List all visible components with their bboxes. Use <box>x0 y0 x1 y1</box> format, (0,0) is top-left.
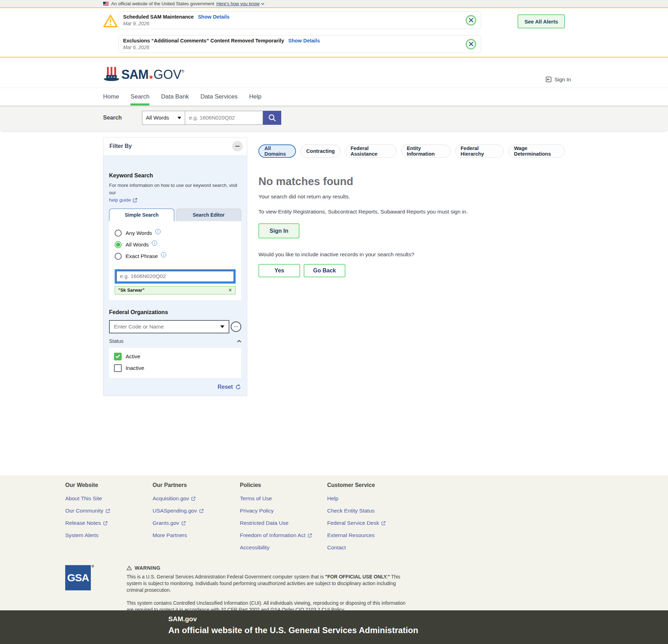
keyword-input[interactable] <box>116 271 234 282</box>
footer-link-freedom-of-information-act[interactable]: Freedom of Information Act <box>240 532 312 538</box>
yes-button[interactable]: Yes <box>258 264 300 277</box>
search-label: Search <box>103 115 122 121</box>
collapse-filters-button[interactable] <box>232 141 243 151</box>
reset-filters[interactable]: Reset <box>109 384 241 390</box>
warning-paragraph-1: This is a U.S. General Services Administ… <box>127 574 407 594</box>
footer-column-our-partners: Our PartnersAcquisition.gov USASpending.… <box>153 482 240 557</box>
help-guide-link[interactable]: help guide <box>109 197 137 204</box>
go-back-button[interactable]: Go Back <box>304 264 345 277</box>
footer-link-check-entity-status[interactable]: Check Entity Status <box>327 508 375 514</box>
footer-link-accessibility[interactable]: Accessibility <box>240 544 269 551</box>
site-footer: Our WebsiteAbout This SiteOur Community … <box>0 475 668 610</box>
sign-in-link[interactable]: Sign In <box>546 76 571 82</box>
alert-title: Scheduled SAM MaintenanceShow Details <box>123 14 461 20</box>
footer-nav: Our WebsiteAbout This SiteOur Community … <box>0 482 668 557</box>
global-search-input[interactable] <box>185 111 263 125</box>
domain-pill-entity-information[interactable]: Entity Information <box>401 144 451 158</box>
search-mode-select[interactable]: All Words <box>142 111 185 125</box>
footer-column-heading: Customer Service <box>327 482 414 488</box>
see-all-alerts-button[interactable]: See All Alerts <box>518 14 565 28</box>
footer-link-privacy-policy[interactable]: Privacy Policy <box>240 508 274 514</box>
nav-item-help[interactable]: Help <box>249 88 261 106</box>
site-header: ★ ★ ★ SAM★GOV® Sign In <box>0 57 668 88</box>
no-matches-title: No matches found <box>258 175 565 188</box>
footer-link-grants-gov[interactable]: Grants.gov <box>153 520 186 526</box>
domain-pill-all-domains[interactable]: All Domains <box>258 144 296 158</box>
refresh-icon <box>235 384 241 390</box>
banner-how-link[interactable]: Here's how you know <box>216 1 264 6</box>
main-nav: HomeSearchData BankData ServicesHelp <box>0 88 668 106</box>
warning-triangle-icon <box>103 11 118 53</box>
footer-link-acquisition-gov[interactable]: Acquisition.gov <box>153 495 196 502</box>
footer-link-federal-service-desk[interactable]: Federal Service Desk <box>327 520 386 526</box>
alert-list: Scheduled SAM MaintenanceShow DetailsMar… <box>118 11 481 53</box>
nav-list: HomeSearchData BankData ServicesHelp <box>103 88 565 106</box>
main-content: Filter By Keyword Search For more inform… <box>0 131 668 475</box>
nav-item-data-bank[interactable]: Data Bank <box>161 88 189 106</box>
gov-banner: An official website of the United States… <box>0 0 668 8</box>
footer-link-external-resources[interactable]: External Resources <box>327 532 375 538</box>
external-link-icon <box>133 198 137 203</box>
footer-link-help[interactable]: Help <box>327 495 338 502</box>
show-details-link[interactable]: Show Details <box>288 38 320 43</box>
domain-pill-contracting[interactable]: Contracting <box>301 144 340 158</box>
search-band: Search All Words <box>0 106 668 131</box>
keyword-help-text: For more information on how to use our k… <box>109 182 241 204</box>
radio-button[interactable] <box>115 230 122 237</box>
domain-pill-federal-assistance[interactable]: Federal Assistance <box>345 144 397 158</box>
radio-option-exact-phrase: Exact Phrasei <box>115 253 236 260</box>
show-details-link[interactable]: Show Details <box>198 14 229 20</box>
footer-site-name: SAM.gov <box>168 615 565 623</box>
footer-link-about-this-site[interactable]: About This Site <box>65 495 102 502</box>
close-alert-button[interactable] <box>466 39 476 49</box>
footer-link-terms-of-use[interactable]: Terms of Use <box>240 495 272 502</box>
uncle-sam-hat-icon: ★ ★ ★ <box>103 66 120 83</box>
radio-button[interactable] <box>115 253 122 260</box>
tab-search-editor[interactable]: Search Editor <box>176 209 241 221</box>
footer-link-restricted-data-use[interactable]: Restricted Data Use <box>240 520 289 526</box>
domain-pill-wage-determinations[interactable]: Wage Determinations <box>508 144 565 158</box>
more-options-button[interactable]: ... <box>231 321 241 332</box>
footer-link-more-partners[interactable]: More Partners <box>153 532 187 538</box>
select-caret-icon <box>177 117 181 119</box>
footer-link-release-notes[interactable]: Release Notes <box>65 520 108 526</box>
status-heading: Status <box>109 338 123 344</box>
close-alert-button[interactable] <box>466 15 476 26</box>
select-caret-icon <box>220 325 224 328</box>
chevron-up-icon[interactable] <box>237 340 241 343</box>
footer-column-our-website: Our WebsiteAbout This SiteOur Community … <box>65 482 153 557</box>
inactive-records-question: Would you like to include inactive recor… <box>258 251 565 258</box>
sam-gov-logo[interactable]: ★ ★ ★ SAM★GOV® <box>103 66 184 83</box>
sign-in-button[interactable]: Sign In <box>258 223 299 238</box>
federal-organizations-heading: Federal Organizations <box>109 309 241 316</box>
domain-pill-federal-hierarchy[interactable]: Federal Hierarchy <box>455 144 504 158</box>
checkbox-unchecked[interactable] <box>114 364 122 372</box>
search-submit-button[interactable] <box>263 111 281 125</box>
alert-date: Mar 9, 2026 <box>123 21 461 26</box>
filter-panel: Filter By Keyword Search For more inform… <box>103 137 247 396</box>
keyword-tabs: Simple SearchSearch Editor <box>109 209 241 221</box>
keyword-search-heading: Keyword Search <box>109 172 241 179</box>
close-icon <box>469 18 473 22</box>
nav-item-search[interactable]: Search <box>130 88 149 106</box>
status-option-active: Active <box>114 353 236 360</box>
remove-tag-icon[interactable]: ✕ <box>228 287 232 293</box>
footer-link-our-community[interactable]: Our Community <box>65 508 110 514</box>
info-icon[interactable]: i <box>161 252 166 257</box>
checkbox-checked[interactable] <box>114 353 122 360</box>
nav-item-data-services[interactable]: Data Services <box>201 88 238 106</box>
footer-link-system-alerts[interactable]: System Alerts <box>65 532 99 538</box>
info-icon[interactable]: i <box>152 240 157 246</box>
logo-registered-mark: ® <box>181 69 184 73</box>
federal-org-select[interactable]: Enter Code or Name <box>109 320 229 333</box>
chevron-down-icon <box>261 3 264 5</box>
nav-item-home[interactable]: Home <box>103 88 119 106</box>
radio-button[interactable] <box>115 241 122 248</box>
no-results-text: Your search did not return any results. <box>258 194 565 200</box>
footer-link-usaspending-gov[interactable]: USASpending.gov <box>153 508 204 514</box>
tab-simple-search[interactable]: Simple Search <box>109 209 174 221</box>
footer-link-contact[interactable]: Contact <box>327 544 346 551</box>
domain-pills: All DomainsContractingFederal Assistance… <box>258 144 565 158</box>
logo-sam-text: SAM <box>121 67 148 82</box>
info-icon[interactable]: i <box>155 229 161 234</box>
